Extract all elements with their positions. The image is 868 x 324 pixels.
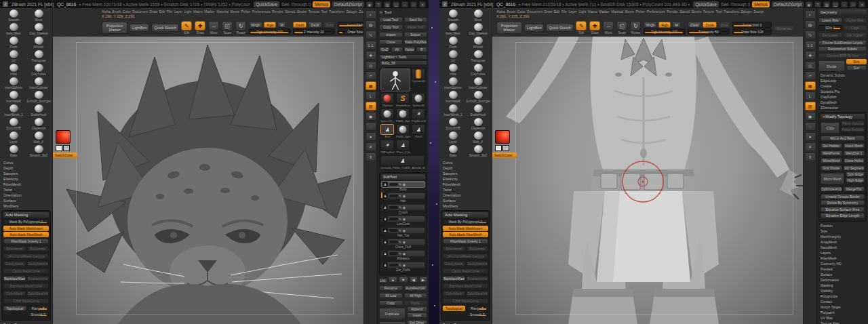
menu-render[interactable]: Render [272, 9, 283, 14]
all-button[interactable]: All [391, 47, 402, 52]
del-other-button[interactable]: Del Other [407, 320, 427, 324]
reference-button[interactable]: Reference [27, 246, 50, 251]
brush-slot[interactable]: Inflat [441, 63, 465, 77]
quicksave-button[interactable]: QuickSave [693, 1, 718, 7]
all-high-subtool-button[interactable]: All High [404, 293, 428, 298]
directional-gamma-slider[interactable]: DirectionalMask Gamma [3, 254, 49, 259]
menu-picker[interactable]: Picker [635, 9, 645, 14]
copy-subtool-button[interactable]: Copy [379, 300, 403, 306]
tool-subpalette-deformation[interactable]: Deformation [818, 277, 867, 283]
palette-section-twist[interactable]: Twist [1, 187, 51, 193]
menu-light[interactable]: Light [578, 9, 586, 14]
palette-section-depth[interactable]: Depth [441, 165, 490, 171]
automask-fibermesh-button[interactable]: Auto Mask FiberMesh [443, 232, 488, 237]
paste-tool-button[interactable]: Paste Tool [404, 24, 428, 30]
brush-slot[interactable]: SmoothHB [1, 117, 26, 131]
visibility-eye-icon[interactable]: ◉ [403, 263, 406, 267]
brush-slot[interactable]: Smooth_Str2 [466, 144, 490, 158]
brush-slot[interactable]: Move [26, 9, 51, 22]
lightbox-tools-bar[interactable]: Lightbox > Tools [379, 54, 427, 60]
topological-toggle[interactable]: Topological [3, 306, 26, 311]
menu-zscript[interactable]: Zscript [359, 9, 363, 14]
geometry-section-zremesher[interactable]: ZRemesher [818, 105, 867, 110]
automask-meshinsert-button[interactable]: Auto Mask MeshInsert [443, 226, 488, 231]
paint-icon[interactable]: ✎ [399, 194, 401, 198]
equalize-edge-length-button[interactable]: Equalize Edge Length [821, 213, 865, 218]
menu-edit[interactable]: Edit [554, 9, 560, 14]
paste-replace-button[interactable]: Paste Replace [841, 127, 865, 132]
menu-transform[interactable]: Transform [724, 9, 739, 14]
menu-zplugin[interactable]: Zplugin [741, 9, 751, 14]
insert-button[interactable]: Insert [407, 312, 427, 318]
tool-subpalette-texture-map[interactable]: Texture Map [818, 321, 867, 324]
menu-tool[interactable]: Tool [716, 9, 722, 14]
palette-section-elasticity[interactable]: Elasticity [441, 176, 490, 182]
menu-layer[interactable]: Layer [174, 9, 182, 14]
persp-icon[interactable]: ▱ [805, 71, 816, 80]
modify-topology-header[interactable]: ●Modify Topology [821, 114, 865, 119]
brush-slot[interactable]: Layer [441, 131, 465, 144]
paint-icon[interactable]: ✎ [399, 182, 401, 186]
autoreorder-subtool-button[interactable]: AutoReorder [404, 285, 428, 291]
layout-icon[interactable]: ▢ [832, 1, 839, 7]
subtool-row[interactable]: ♟✎◉LoinCloth [381, 216, 425, 226]
tool-subpalette-nanomesh[interactable]: NanoMesh [818, 245, 867, 250]
cavity-curve-button[interactable]: Cavity MaskCurve [443, 268, 488, 274]
rotate-mode-button[interactable]: ↻Rotate [235, 21, 247, 35]
geometry-section-position[interactable]: Position [818, 223, 867, 228]
menu-document[interactable]: Document [527, 9, 542, 14]
paste-subtool-button[interactable]: Paste [404, 300, 428, 306]
menu-light[interactable]: Light [184, 9, 191, 14]
color-intensity-slider[interactable]: ColorMaskIntensity [467, 291, 489, 296]
tool-thumbnail[interactable]: Sphere3D [412, 93, 426, 107]
topological-toggle[interactable]: Topological [443, 306, 465, 311]
tool-thumbnail[interactable]: SSimpleBrush [396, 93, 410, 107]
subtool-row[interactable]: ♟✎◉Whiskers [381, 250, 425, 261]
menus-button[interactable]: Menus [313, 1, 330, 7]
menu-stroke[interactable]: Stroke [692, 9, 701, 14]
menu-color[interactable]: Color [517, 9, 526, 14]
local-sym-icon[interactable]: L [805, 92, 816, 100]
menu-tool[interactable]: Tool [321, 9, 328, 14]
sculpt-canvas[interactable]: SwitchColor [53, 37, 363, 324]
geometry-section-edgeloop[interactable]: EdgeLoop [818, 78, 867, 83]
palette-section-samples[interactable]: Samples [1, 171, 51, 176]
brush-slot[interactable]: Layer [1, 131, 26, 144]
paint-icon[interactable]: ✎ [399, 251, 401, 256]
automask-fibermesh-button[interactable]: Auto Mask FiberMesh [3, 232, 49, 237]
menu-stroke[interactable]: Stroke [297, 9, 307, 14]
mrgb-toggle[interactable]: Mrgb [644, 22, 658, 28]
palette-section-curve[interactable]: Curve [1, 160, 51, 165]
brush-slot[interactable]: Pinch [441, 36, 465, 49]
delete-button[interactable]: Delete [379, 321, 406, 324]
brush-slot[interactable]: Smooth_Stronger [466, 90, 490, 104]
secondary-color-swatch[interactable] [502, 145, 509, 151]
polyframe-icon[interactable]: ▨ [805, 102, 816, 110]
see-through-slider[interactable]: See-Through 0 [281, 2, 311, 7]
tool-subpalette-visibility[interactable]: Visibility [818, 288, 867, 293]
main-color-swatch[interactable] [495, 145, 502, 151]
rename-subtool-button[interactable]: Rename [379, 285, 403, 291]
brush-slot[interactable]: Smooth [441, 9, 465, 22]
visibility-eye-icon[interactable]: ◉ [403, 182, 406, 186]
menu-zplugin[interactable]: Zplugin [346, 9, 357, 14]
scroll-icon[interactable]: ✚ [366, 51, 376, 60]
brush-slot[interactable]: InsertMesh_1 [1, 104, 26, 117]
menu-zscript[interactable]: Zscript [753, 9, 764, 14]
m-toggle[interactable]: M [672, 22, 681, 28]
xpose-icon[interactable]: ✕ [366, 142, 376, 151]
high-edge-button[interactable]: High Edge [846, 178, 865, 183]
tool-thumbnail[interactable]: ✶PolyMesh3D [412, 108, 426, 123]
micro-mesh-button[interactable]: Micro Mesh [821, 173, 844, 184]
brush-slot[interactable]: Pinch [1, 36, 26, 49]
auto-masking-header[interactable]: Auto Masking [443, 212, 488, 218]
polyframe-icon[interactable]: ▨ [366, 102, 376, 110]
persp-icon[interactable]: ▱ [366, 71, 376, 80]
all-low-subtool-button[interactable]: All Low [379, 293, 403, 298]
projection-master-button[interactable]: Projection Master [102, 22, 127, 35]
menu-picker[interactable]: Picker [241, 9, 250, 14]
tool-thumbnail[interactable]: PM3D_Sphere3D_1 [396, 108, 410, 123]
color-mask-toggle[interactable]: ColorMask [443, 291, 465, 296]
brush-slot[interactable]: SmoothHB [441, 117, 465, 131]
zadd-toggle[interactable]: Zadd [688, 22, 702, 28]
